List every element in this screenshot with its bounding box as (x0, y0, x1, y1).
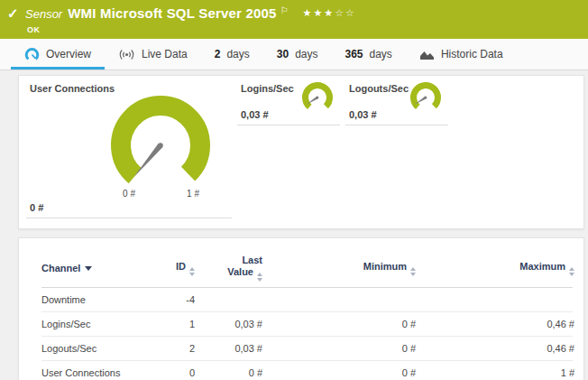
cell-channel: Logouts/Sec (41, 343, 159, 354)
col-header-maximum[interactable]: Maximum (416, 261, 574, 276)
cell-id: -4 (159, 294, 195, 305)
tab-number: 2 (215, 48, 221, 60)
tab-label: days (370, 48, 392, 60)
stars-empty: ☆☆ (335, 7, 356, 18)
col-header-label: Maximum (519, 261, 565, 272)
col-header-channel[interactable]: Channel (41, 263, 159, 273)
gauge-value: 0 # (30, 202, 43, 213)
cell-last-value: 0 # (195, 367, 262, 378)
status-badge: OK (27, 25, 579, 34)
col-header-minimum[interactable]: Minimum (262, 261, 416, 276)
sort-caret-icon (85, 266, 92, 271)
cell-maximum: 1 # (416, 367, 574, 378)
col-header-label: Minimum (363, 261, 407, 272)
status-ok-check-icon: ✓ (7, 5, 25, 39)
cell-last-value: 0,03 # (195, 343, 262, 354)
gauge-icon (24, 47, 40, 61)
cell-id: 1 (159, 319, 195, 329)
gauge-logins-sec: Logins/Sec 0,03 # (237, 77, 340, 125)
cell-maximum: 0,46 # (416, 319, 574, 329)
tab-bar: Overview Live Data 2 days 30 days 365 (0, 39, 588, 70)
gauge-value: 0,03 # (241, 109, 269, 120)
cell-id: 0 (159, 367, 195, 378)
cell-minimum: 0 # (262, 343, 416, 354)
col-header-id[interactable]: ID (159, 261, 195, 276)
channel-table-panel: Channel ID Last Value Minimum Maximum Do… (18, 237, 584, 380)
tab-number: 365 (345, 48, 363, 60)
table-row-logouts-sec[interactable]: Logouts/Sec 2 0,03 # 0 # 0,46 # (41, 337, 573, 361)
gauge-title: Logouts/Sec (349, 83, 409, 94)
gauges-panel: User Connections 0 # 1 # 0 # Logins/Sec (18, 75, 584, 229)
gauge-value: 0,03 # (349, 109, 377, 120)
tab-label: Live Data (142, 48, 188, 60)
gauge-logouts-sec: Logouts/Sec 0,03 # (345, 77, 448, 125)
tab-label: days (295, 48, 317, 60)
col-header-last-value[interactable]: Last Value (195, 255, 262, 282)
cell-channel: Logins/Sec (41, 319, 159, 329)
cell-channel: Downtime (41, 294, 159, 305)
table-row-logins-sec[interactable]: Logins/Sec 1 0,03 # 0 # 0,46 # (41, 312, 573, 337)
tab-30-days[interactable]: 30 days (263, 39, 332, 70)
gauge-max-label: 1 # (187, 189, 199, 199)
priority-stars[interactable]: ★★★☆☆ (303, 5, 356, 21)
cell-minimum: 0 # (262, 319, 416, 329)
gauge-title: Logins/Sec (241, 83, 294, 94)
table-row-downtime[interactable]: Downtime -4 (41, 288, 573, 312)
gauge-needle (133, 143, 162, 177)
tab-number: 30 (277, 48, 289, 60)
cell-last-value: 0,03 # (195, 319, 262, 329)
stars-filled: ★★★ (303, 7, 335, 18)
col-header-label: Channel (41, 263, 80, 273)
tab-2-days[interactable]: 2 days (201, 39, 263, 70)
prtg-sensor-page: ✓ Sensor WMI Microsoft SQL Server 2005 ⚐… (0, 0, 588, 380)
col-header-label: Last (242, 255, 262, 265)
col-header-label: Value (227, 266, 253, 277)
cell-id: 2 (159, 343, 195, 354)
tab-365-days[interactable]: 365 days (331, 39, 405, 70)
channel-table-header: Channel ID Last Value Minimum Maximum (41, 251, 573, 288)
tab-historic-data[interactable]: Historic Data (406, 39, 517, 70)
live-signal-icon (118, 49, 135, 60)
tab-overview[interactable]: Overview (11, 39, 105, 70)
tab-label: Historic Data (441, 48, 503, 60)
gauge-user-connections: User Connections 0 # 1 # 0 # (26, 77, 232, 218)
flag-icon[interactable]: ⚐ (280, 3, 289, 19)
area-chart-icon (419, 49, 435, 60)
col-header-label: ID (176, 261, 186, 272)
tab-live-data[interactable]: Live Data (105, 39, 201, 70)
sensor-header: ✓ Sensor WMI Microsoft SQL Server 2005 ⚐… (0, 0, 588, 39)
gauge-min-label: 0 # (123, 189, 135, 199)
gauge-dial: 0 # 1 # (102, 89, 219, 201)
page-title: WMI Microsoft SQL Server 2005 (68, 5, 276, 22)
table-row-user-connections[interactable]: User Connections 0 0 # 0 # 1 # (41, 361, 573, 380)
sort-arrows-icon (569, 267, 574, 276)
overview-content: User Connections 0 # 1 # 0 # Logins/Sec (0, 70, 588, 380)
tab-label: days (226, 48, 249, 60)
sensor-kind-label: Sensor (25, 6, 62, 23)
gauge-dial (299, 81, 335, 112)
cell-maximum: 0,46 # (416, 343, 574, 354)
cell-minimum: 0 # (262, 367, 416, 378)
cell-channel: User Connections (41, 367, 159, 378)
tab-label: Overview (46, 48, 91, 60)
gauge-dial (408, 81, 444, 112)
